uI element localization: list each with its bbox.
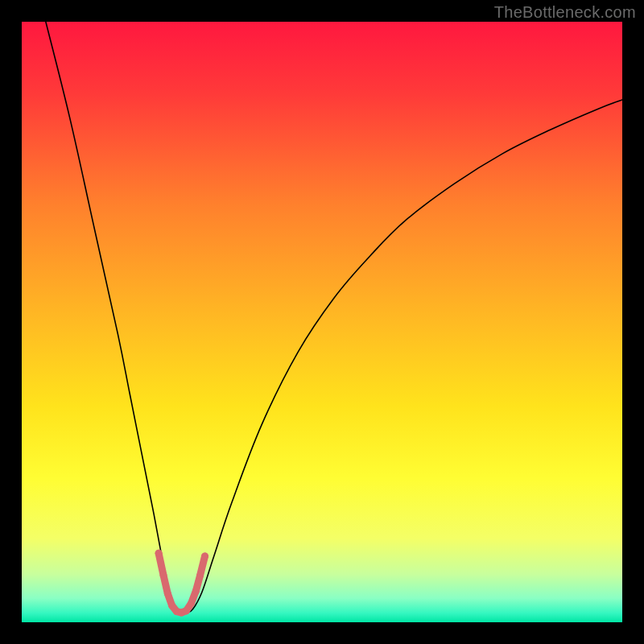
plot-area <box>22 22 622 622</box>
chart-svg <box>22 22 622 622</box>
gradient-background <box>22 22 622 622</box>
watermark-text: TheBottleneck.com <box>494 3 636 22</box>
svg-point-10 <box>155 550 163 557</box>
chart-frame: TheBottleneck.com <box>0 0 644 644</box>
svg-point-11 <box>201 552 208 559</box>
